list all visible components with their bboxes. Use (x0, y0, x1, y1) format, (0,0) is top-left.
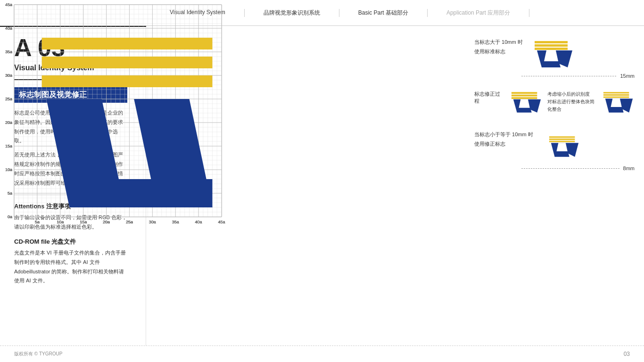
svg-rect-14 (603, 97, 629, 98)
svg-marker-5 (544, 50, 558, 61)
nav-item-app[interactable]: Application Part 应用部分 (428, 9, 529, 17)
correction-before-svg (510, 90, 543, 114)
small-dotted-line (521, 168, 619, 169)
grid-canvas (0, 26, 226, 231)
svg-rect-13 (603, 94, 629, 96)
correction-desc-2: 对标志进行整体色块简化整合 (547, 98, 597, 113)
svg-rect-20 (549, 141, 575, 142)
standard-desc-1: 当标志大于 10mm 时 (474, 38, 523, 47)
nav-items: Visual Identity System 品牌视觉形象识别系统 Basic … (170, 9, 630, 17)
small-logo-svg (547, 135, 580, 158)
small-desc-2: 使用修正标志 (474, 140, 533, 149)
correction-before-logo (510, 90, 543, 116)
nav-item-cn[interactable]: 品牌视觉形象识别系统 (245, 9, 339, 17)
small-desc-1: 当标志小于等于 10mm 时 (474, 130, 533, 140)
main-content: A 03 Visual Identity System 标志制图及视觉修正 标志… (0, 26, 644, 346)
svg-rect-19 (549, 139, 575, 140)
page: Visual Identity System 品牌视觉形象识别系统 Basic … (0, 0, 644, 362)
small-logo-image (538, 130, 590, 163)
correction-desc: 考虑缩小后的识别度 对标志进行整体色块简化整合 (547, 90, 597, 113)
correction-desc-1: 考虑缩小后的识别度 (547, 90, 597, 98)
svg-rect-2 (535, 48, 568, 50)
standard-size-label: 15mm (620, 73, 635, 79)
small-size-row: 8mm (521, 165, 635, 171)
standard-logo-image (528, 38, 579, 71)
footer: 版权所有 © TYGROUP 03 (0, 346, 644, 362)
nav-item-basic[interactable]: Basic Part 基础部分 (339, 9, 428, 17)
cdrom-title: CD-ROM file 光盘文件 (14, 238, 132, 246)
svg-marker-17 (611, 99, 621, 107)
small-size-label: 8mm (623, 165, 635, 171)
standard-logo-desc: 当标志大于 10mm 时 使用标准标志 (474, 38, 523, 57)
correction-after-logo (602, 90, 635, 116)
small-logo-desc: 当标志小于等于 10mm 时 使用修正标志 (474, 130, 533, 149)
svg-rect-0 (535, 41, 568, 43)
svg-rect-6 (512, 92, 537, 94)
cdrom-text: 光盘文件是本 VI 手册电子文件的集合，内含手册制作时的专用软件格式。其中 AI… (14, 248, 127, 286)
svg-rect-1 (535, 44, 568, 47)
standard-dotted-line (521, 76, 616, 76)
center-panel (146, 26, 465, 346)
svg-rect-18 (549, 136, 575, 138)
svg-rect-8 (512, 97, 537, 99)
correction-label: 标志修正过程 (474, 90, 505, 105)
svg-rect-12 (603, 92, 629, 93)
correction-section: 标志修正过程 考虑缩小后的识别度 (474, 90, 635, 116)
standard-desc-2: 使用标准标志 (474, 47, 523, 57)
footer-copyright: 版权所有 © TYGROUP (14, 351, 62, 357)
small-logo-section: 当标志小于等于 10mm 时 使用修正标志 (474, 130, 635, 171)
svg-marker-23 (556, 143, 567, 151)
svg-rect-7 (512, 95, 537, 97)
svg-marker-11 (519, 99, 529, 108)
correction-after-svg (602, 90, 635, 114)
right-panel: 当标志大于 10mm 时 使用标准标志 (465, 26, 644, 346)
standard-logo-section: 当标志大于 10mm 时 使用标准标志 (474, 38, 635, 79)
standard-logo-svg (532, 40, 575, 68)
footer-page-number: 03 (624, 351, 630, 357)
standard-size-row: 15mm (521, 73, 635, 79)
